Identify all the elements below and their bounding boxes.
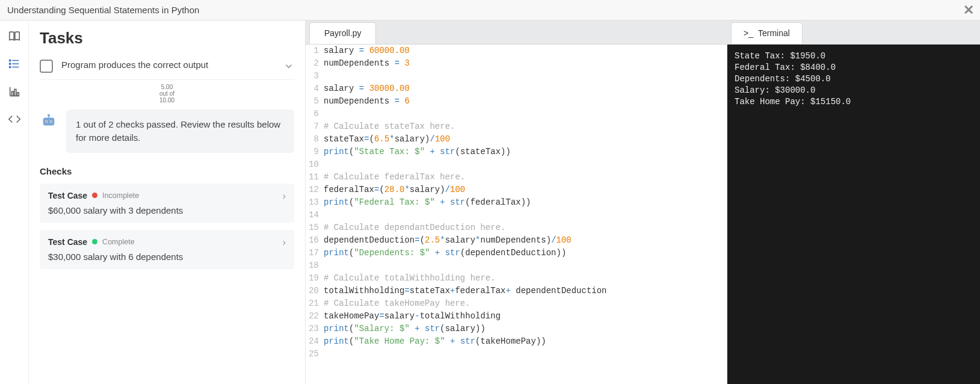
chart-icon[interactable]	[7, 84, 22, 99]
task-score: 5.00 out of 10.00	[40, 84, 294, 104]
line-number: 17	[306, 247, 324, 259]
code-line[interactable]: 1salary = 60000.00	[306, 45, 727, 57]
code-line[interactable]: 18	[306, 259, 727, 272]
terminal-prompt-icon: >_	[744, 28, 753, 38]
score-mid: out of	[159, 90, 174, 97]
line-number: 15	[306, 221, 324, 234]
line-number: 25	[306, 348, 324, 361]
code-line[interactable]: 17print("Dependents: $" + str(dependentD…	[306, 247, 727, 259]
code-line[interactable]: 19# Calculate totalWithholding here.	[306, 272, 727, 285]
code-line[interactable]: 11# Calculate federalTax here.	[306, 171, 727, 184]
code-line[interactable]: 25	[306, 348, 727, 361]
line-number: 10	[306, 158, 324, 171]
code-line[interactable]: 7# Calculate stateTax here.	[306, 120, 727, 133]
line-number: 12	[306, 184, 324, 196]
chevron-down-icon[interactable]	[283, 58, 294, 73]
robot-row: 1 out of 2 checks passed. Review the res…	[40, 110, 294, 153]
code-line[interactable]: 2numDependents = 3	[306, 57, 727, 70]
line-number: 23	[306, 323, 324, 335]
line-number: 7	[306, 120, 324, 133]
svg-point-12	[46, 121, 47, 122]
test-case-desc: $60,000 salary with 3 dependents	[48, 205, 286, 215]
code-line[interactable]: 23print("Salary: $" + str(salary))	[306, 323, 727, 335]
svg-rect-9	[43, 117, 55, 125]
code-content: print("Take Home Pay: $" + str(takeHomeP…	[324, 335, 546, 348]
code-line[interactable]: 15# Calculate dependantDeduction here.	[306, 221, 727, 234]
line-number: 11	[306, 171, 324, 184]
code-editor[interactable]: 1salary = 60000.002numDependents = 334sa…	[306, 45, 727, 384]
code-line[interactable]: 21# Calculate takeHomePay here.	[306, 297, 727, 310]
editor-pane: Payroll.py 1salary = 60000.002numDepende…	[306, 20, 727, 384]
score-den: 10.00	[159, 97, 174, 104]
list-icon[interactable]	[7, 57, 22, 71]
code-content: print("Federal Tax: $" + str(federalTax)…	[324, 196, 531, 209]
terminal-output[interactable]: State Tax: $1950.0 Federal Tax: $8400.0 …	[727, 45, 980, 384]
status-dot-icon	[92, 239, 97, 244]
close-icon[interactable]: ✕	[963, 2, 974, 18]
tab-terminal[interactable]: >_ Terminal	[731, 22, 803, 44]
line-number: 1	[306, 45, 324, 57]
sidebar	[0, 20, 29, 384]
svg-rect-8	[17, 93, 19, 96]
code-line[interactable]: 24print("Take Home Pay: $" + str(takeHom…	[306, 335, 727, 348]
svg-rect-7	[14, 89, 16, 96]
code-line[interactable]: 16dependentDeduction=(2.5*salary*numDepe…	[306, 234, 727, 247]
line-number: 24	[306, 335, 324, 348]
page-title: Understanding Sequential Statements in P…	[7, 5, 199, 15]
line-number: 13	[306, 196, 324, 209]
chevron-right-icon[interactable]: ›	[283, 191, 286, 202]
code-content: salary = 30000.00	[324, 82, 410, 95]
code-content: numDependents = 3	[324, 57, 410, 70]
line-number: 20	[306, 285, 324, 297]
code-line[interactable]: 6	[306, 108, 727, 120]
code-line[interactable]: 5numDependents = 6	[306, 95, 727, 108]
robot-message: 1 out of 2 checks passed. Review the res…	[66, 110, 294, 153]
chevron-right-icon[interactable]: ›	[283, 237, 286, 248]
code-content: numDependents = 6	[324, 95, 410, 108]
test-case-status: Incomplete	[102, 191, 139, 200]
terminal-tabs: >_ Terminal	[727, 20, 980, 45]
tasks-pane: Tasks Program produces the correct outpu…	[29, 20, 306, 384]
line-number: 21	[306, 297, 324, 310]
line-number: 2	[306, 57, 324, 70]
svg-rect-14	[48, 114, 50, 117]
code-line[interactable]: 4salary = 30000.00	[306, 82, 727, 95]
task-row[interactable]: Program produces the correct output	[40, 58, 294, 80]
book-icon[interactable]	[7, 29, 22, 43]
svg-point-3	[9, 60, 11, 61]
line-number: 4	[306, 82, 324, 95]
test-case-card[interactable]: Test CaseComplete$30,000 salary with 6 d…	[40, 230, 294, 269]
terminal-tab-label: Terminal	[758, 28, 790, 38]
code-line[interactable]: 20totalWithholding=stateTax+federalTax+ …	[306, 285, 727, 297]
code-line[interactable]: 10	[306, 158, 727, 171]
test-case-desc: $30,000 salary with 6 dependents	[48, 252, 286, 262]
code-line[interactable]: 22takeHomePay=salary-totalWithholding	[306, 310, 727, 323]
line-number: 9	[306, 146, 324, 158]
line-number: 18	[306, 259, 324, 272]
test-case-status: Complete	[102, 238, 135, 246]
code-content: # Calculate dependantDeduction here.	[324, 221, 505, 234]
robot-icon	[40, 112, 58, 130]
code-line[interactable]: 14	[306, 209, 727, 221]
svg-point-13	[51, 121, 52, 122]
tab-payroll[interactable]: Payroll.py	[309, 22, 376, 44]
code-line[interactable]: 8stateTax=(6.5*salary)/100	[306, 133, 727, 146]
checks-heading: Checks	[40, 166, 294, 176]
code-content: # Calculate federalTax here.	[324, 171, 465, 184]
editor-tabs: Payroll.py	[306, 20, 727, 45]
svg-point-4	[9, 63, 11, 65]
line-number: 14	[306, 209, 324, 221]
code-icon[interactable]	[7, 112, 22, 126]
code-line[interactable]: 13print("Federal Tax: $" + str(federalTa…	[306, 196, 727, 209]
line-number: 3	[306, 70, 324, 82]
code-content: takeHomePay=salary-totalWithholding	[324, 310, 501, 323]
line-number: 16	[306, 234, 324, 247]
test-case-card[interactable]: Test CaseIncomplete$60,000 salary with 3…	[40, 184, 294, 223]
svg-rect-6	[11, 91, 13, 96]
svg-point-5	[9, 66, 11, 68]
code-line[interactable]: 3	[306, 70, 727, 82]
code-line[interactable]: 12federalTax=(28.0*salary)/100	[306, 184, 727, 196]
task-checkbox[interactable]	[40, 60, 53, 73]
code-line[interactable]: 9print("State Tax: $" + str(stateTax))	[306, 146, 727, 158]
line-number: 22	[306, 310, 324, 323]
